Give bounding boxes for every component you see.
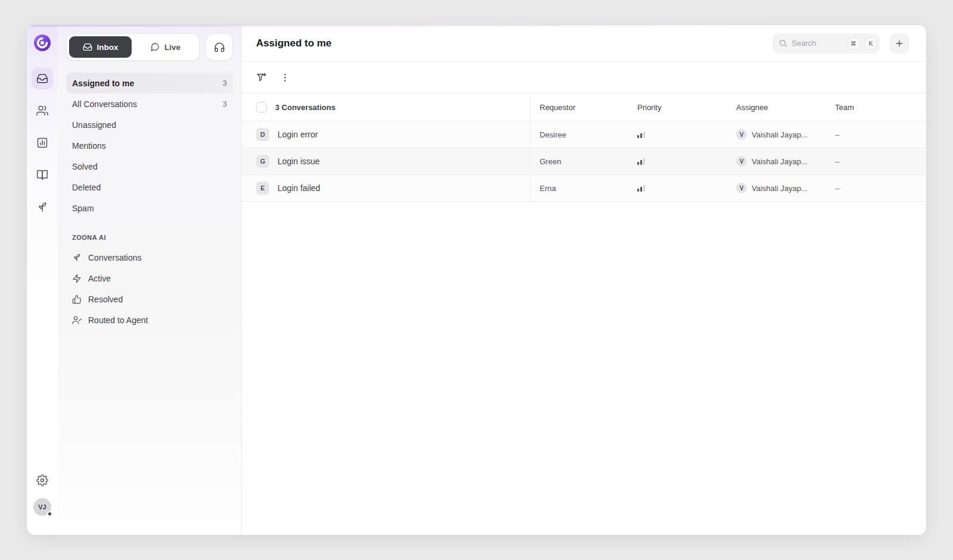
requestor-cell: Erna (530, 184, 628, 193)
inbox-live-switcher: Inbox Live (66, 33, 200, 61)
requestor-avatar: D (256, 128, 269, 141)
sidebar: Inbox Live Assigned to me 3 (58, 25, 242, 535)
assignee-avatar: V (736, 156, 747, 167)
main-header: Assigned to me Search ⌘ K (242, 25, 926, 62)
select-all-checkbox[interactable] (256, 102, 267, 112)
conversation-row[interactable]: G Login issue Green V Vaishali Jayap... … (242, 148, 926, 175)
sidebar-item-ai-routed-to-agent[interactable]: Routed to Agent (66, 309, 233, 330)
sidebar-item-ai-active[interactable]: Active (66, 268, 233, 289)
priority-bars-icon (637, 131, 645, 138)
search-placeholder: Search (792, 39, 843, 48)
bolt-icon (72, 274, 82, 283)
status-dot (47, 511, 52, 517)
search-input[interactable]: Search ⌘ K (773, 33, 880, 54)
assignee-name: Vaishali Jayap... (752, 184, 808, 193)
conversation-row[interactable]: E Login failed Erna V Vaishali Jayap... … (242, 175, 926, 202)
conversations-table: 3 Conversations Requestor Priority Assig… (242, 93, 926, 202)
sidebar-item-label: Mentions (72, 141, 106, 151)
settings-button[interactable] (33, 471, 52, 490)
column-header-priority: Priority (628, 103, 727, 112)
conversation-title: Login failed (278, 183, 320, 193)
users-icon (36, 105, 48, 117)
inbox-nav: Assigned to me 3 All Conversations 3 Una… (66, 73, 233, 218)
conversation-title: Login issue (278, 157, 320, 166)
chat-bubble-icon (150, 42, 160, 52)
app-window: VJ Inbox Live (27, 25, 926, 535)
rail-reports-button[interactable] (32, 132, 53, 154)
sidebar-item-label: Assigned to me (72, 79, 134, 88)
agent-icon (72, 315, 82, 325)
requestor-avatar: E (256, 182, 269, 195)
filter-button[interactable] (256, 72, 267, 83)
conversation-title: Login error (278, 130, 318, 139)
rail-ai-button[interactable] (32, 196, 53, 218)
book-icon (36, 169, 48, 181)
filter-plus-icon (256, 72, 267, 83)
assignee-cell: V Vaishali Jayap... (727, 129, 826, 140)
sidebar-item-label: Conversations (88, 253, 142, 262)
support-button[interactable] (205, 33, 233, 61)
assignee-name: Vaishali Jayap... (752, 157, 808, 166)
user-initials: VJ (38, 503, 46, 511)
tab-inbox[interactable]: Inbox (69, 36, 132, 58)
search-icon (778, 39, 787, 48)
kebab-menu-icon (280, 73, 290, 83)
sprout-icon (72, 253, 82, 262)
main-panel: Assigned to me Search ⌘ K (242, 25, 926, 535)
tab-inbox-label: Inbox (97, 43, 119, 52)
team-cell: – (826, 184, 926, 193)
sidebar-item-deleted[interactable]: Deleted (66, 177, 233, 198)
section-title: ZOONA AI (66, 234, 233, 241)
sidebar-item-ai-resolved[interactable]: Resolved (66, 289, 233, 309)
sidebar-item-mentions[interactable]: Mentions (66, 135, 233, 156)
sidebar-item-spam[interactable]: Spam (66, 198, 233, 218)
requestor-cell: Green (530, 157, 628, 166)
sidebar-item-label: Resolved (88, 295, 123, 304)
headset-icon (214, 42, 225, 53)
user-avatar[interactable]: VJ (33, 498, 51, 516)
team-cell: – (826, 130, 926, 139)
sidebar-item-label: Spam (72, 204, 94, 213)
sidebar-item-assigned-to-me[interactable]: Assigned to me 3 (66, 73, 233, 93)
column-header-assignee: Assignee (727, 103, 826, 112)
conversation-row[interactable]: D Login error Desiree V Vaishali Jayap..… (242, 121, 926, 148)
sidebar-item-all-conversations[interactable]: All Conversations 3 (66, 93, 233, 114)
list-toolbar (242, 62, 926, 93)
more-options-button[interactable] (280, 73, 290, 83)
sidebar-item-label: Routed to Agent (88, 315, 148, 325)
priority-cell (628, 184, 727, 192)
rail-knowledge-button[interactable] (32, 164, 53, 186)
item-count: 3 (223, 99, 227, 108)
sidebar-item-solved[interactable]: Solved (66, 156, 233, 177)
sidebar-item-label: Active (88, 274, 111, 283)
priority-bars-icon (637, 184, 645, 192)
requestor-cell: Desiree (530, 130, 628, 139)
sidebar-item-label: Solved (72, 162, 98, 171)
column-header-team: Team (826, 103, 926, 112)
sidebar-item-label: Unassigned (72, 120, 116, 130)
plus-icon (895, 39, 904, 48)
gear-icon (36, 474, 48, 486)
assignee-avatar: V (736, 129, 747, 140)
conversations-count-label: 3 Conversations (275, 103, 335, 112)
tab-live-label: Live (164, 43, 180, 52)
tab-live[interactable]: Live (134, 36, 197, 58)
bar-chart-icon (36, 137, 48, 149)
rail-contacts-button[interactable] (32, 100, 53, 121)
new-conversation-button[interactable] (889, 33, 910, 54)
assignee-cell: V Vaishali Jayap... (727, 156, 826, 167)
zoona-ai-section: ZOONA AI Conversations Active Resolved (66, 234, 233, 330)
sprout-icon (36, 201, 48, 213)
team-cell: – (826, 157, 926, 166)
icon-rail: VJ (27, 25, 58, 535)
assignee-avatar: V (736, 183, 747, 193)
priority-cell (628, 131, 727, 138)
k-key-badge: K (865, 37, 877, 49)
rail-inbox-button[interactable] (32, 68, 53, 89)
sidebar-item-unassigned[interactable]: Unassigned (66, 114, 233, 135)
column-header-requestor: Requestor (530, 103, 628, 112)
item-count: 3 (223, 79, 227, 87)
sidebar-item-ai-conversations[interactable]: Conversations (66, 247, 233, 268)
sidebar-item-label: All Conversations (72, 99, 137, 109)
inbox-icon (36, 73, 48, 85)
